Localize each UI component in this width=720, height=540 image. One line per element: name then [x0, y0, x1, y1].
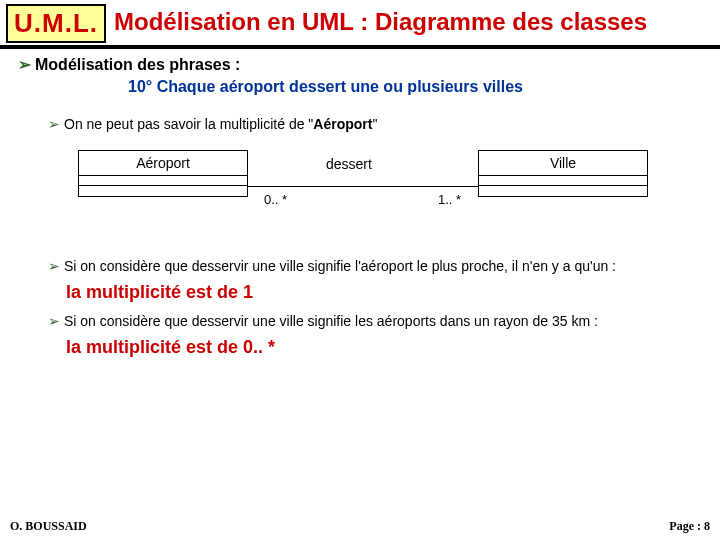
case1-line: ➢Si on considère que desservir une ville… [48, 258, 702, 274]
note-prefix: On ne peut pas savoir la multiplicité de… [64, 116, 313, 132]
class-name: Aéroport [79, 151, 247, 176]
note-bold: Aéroport [313, 116, 372, 132]
class-aeroport: Aéroport [78, 150, 248, 197]
class-ville: Ville [478, 150, 648, 197]
logo-badge: U.M.L. [6, 4, 106, 43]
conclusion2: la multiplicité est de 0.. * [66, 337, 702, 358]
association-line [248, 186, 478, 187]
bullet-arrow-icon: ➢ [18, 56, 31, 73]
phrase-text: 10° Chaque aéroport dessert une ou plusi… [128, 78, 702, 96]
footer: O. BOUSSAID Page : 8 [0, 519, 720, 534]
multiplicity-left: 0.. * [264, 192, 287, 207]
bullet-arrow-icon: ➢ [48, 313, 60, 329]
case1-text: Si on considère que desservir une ville … [64, 258, 616, 274]
class-attrs [79, 176, 247, 186]
bullet-arrow-icon: ➢ [48, 258, 60, 274]
note-line: ➢On ne peut pas savoir la multiplicité d… [48, 116, 702, 132]
author-name: O. BOUSSAID [10, 519, 87, 534]
multiplicity-right: 1.. * [438, 192, 461, 207]
class-ops [479, 186, 647, 196]
section-heading: ➢Modélisation des phrases : [18, 55, 702, 74]
conclusion1: la multiplicité est de 1 [66, 282, 702, 303]
header: U.M.L. Modélisation en UML : Diagramme d… [0, 0, 720, 49]
case2-line: ➢Si on considère que desservir une ville… [48, 313, 702, 329]
heading-text: Modélisation des phrases : [35, 56, 240, 73]
bullet-arrow-icon: ➢ [48, 116, 60, 132]
uml-diagram: Aéroport Ville dessert 0.. * 1.. * [78, 150, 702, 240]
class-name: Ville [479, 151, 647, 176]
note-suffix: " [372, 116, 377, 132]
class-ops [79, 186, 247, 196]
association-label: dessert [326, 156, 372, 172]
slide-title: Modélisation en UML : Diagramme des clas… [106, 4, 714, 43]
page-number: Page : 8 [669, 519, 710, 534]
case2-text: Si on considère que desservir une ville … [64, 313, 598, 329]
content: ➢Modélisation des phrases : 10° Chaque a… [0, 49, 720, 358]
class-attrs [479, 176, 647, 186]
